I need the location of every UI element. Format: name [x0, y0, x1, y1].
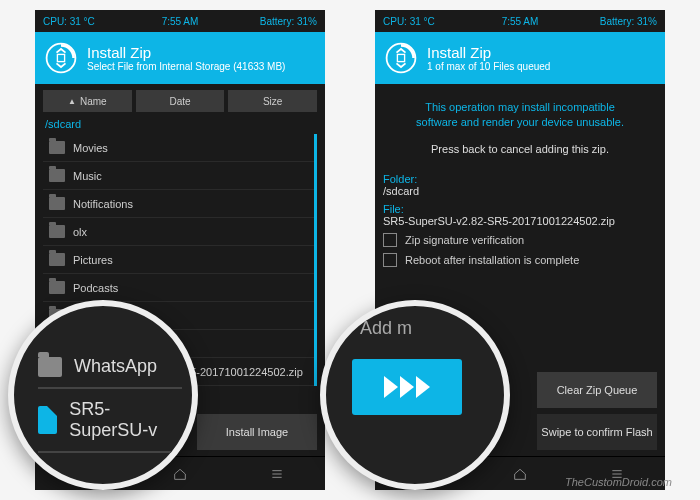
- nav-home-icon[interactable]: [512, 466, 528, 482]
- twrp-logo-icon: [43, 40, 79, 76]
- status-battery: Battery: 31%: [566, 16, 657, 27]
- reboot-after-checkbox[interactable]: Reboot after installation is complete: [383, 253, 657, 267]
- checkbox-icon: [383, 233, 397, 247]
- folder-icon: [38, 357, 62, 377]
- nav-home-icon[interactable]: [172, 466, 188, 482]
- sort-name-button[interactable]: Name: [43, 90, 132, 112]
- file-icon: [38, 406, 57, 434]
- svg-rect-3: [397, 54, 404, 61]
- add-more-zips-button[interactable]: Add m: [350, 318, 494, 359]
- chevron-right-icon: [384, 376, 398, 398]
- chevron-right-icon: [416, 376, 430, 398]
- magnifier-swipe-slider: Add m: [320, 300, 510, 490]
- clear-zip-queue-button[interactable]: Clear Zip Queue: [537, 372, 657, 408]
- install-image-button[interactable]: Install Image: [197, 414, 317, 450]
- zip-signature-checkbox[interactable]: Zip signature verification: [383, 233, 657, 247]
- page-subtitle: 1 of max of 10 Files queued: [427, 61, 550, 72]
- folder-value: /sdcard: [383, 185, 657, 197]
- file-label: File:: [383, 203, 657, 215]
- breadcrumb-path[interactable]: /sdcard: [43, 116, 317, 134]
- folder-icon: [49, 141, 65, 154]
- page-title: Install Zip: [87, 44, 285, 61]
- folder-icon: [49, 253, 65, 266]
- watermark: TheCustomDroid.com: [565, 476, 672, 488]
- list-item[interactable]: SR5-SuperSU-v: [38, 389, 182, 453]
- status-cpu: CPU: 31 °C: [383, 16, 474, 27]
- list-item[interactable]: WhatsApp: [38, 346, 182, 389]
- sort-date-button[interactable]: Date: [136, 90, 225, 112]
- magnifier-file-selection: WhatsApp SR5-SuperSU-v: [8, 300, 198, 490]
- file-value: SR5-SuperSU-v2.82-SR5-20171001224502.zip: [383, 215, 657, 227]
- svg-rect-1: [57, 54, 64, 61]
- statusbar: CPU: 31 °C 7:55 AM Battery: 31%: [375, 10, 665, 32]
- page-title: Install Zip: [427, 44, 550, 61]
- folder-icon: [49, 225, 65, 238]
- folder-icon: [49, 281, 65, 294]
- swipe-confirm-flash[interactable]: Swipe to confirm Flash: [537, 414, 657, 450]
- list-item[interactable]: Notifications: [43, 190, 314, 218]
- sort-size-button[interactable]: Size: [228, 90, 317, 112]
- swipe-slider-handle[interactable]: [352, 359, 462, 415]
- warning-text: This operation may install incompatible …: [383, 90, 657, 137]
- folder-icon: [49, 197, 65, 210]
- header: Install Zip Select File from Internal St…: [35, 32, 325, 84]
- statusbar: CPU: 31 °C 7:55 AM Battery: 31%: [35, 10, 325, 32]
- back-instruction: Press back to cancel adding this zip.: [383, 137, 657, 167]
- sort-row: Name Date Size: [43, 90, 317, 112]
- status-time: 7:55 AM: [134, 16, 225, 27]
- nav-menu-icon[interactable]: [269, 466, 285, 482]
- status-time: 7:55 AM: [474, 16, 565, 27]
- list-item[interactable]: Music: [43, 162, 314, 190]
- header: Install Zip 1 of max of 10 Files queued: [375, 32, 665, 84]
- folder-icon: [49, 169, 65, 182]
- status-battery: Battery: 31%: [226, 16, 317, 27]
- page-subtitle: Select File from Internal Storage (41633…: [87, 61, 285, 72]
- list-item[interactable]: Pictures: [43, 246, 314, 274]
- folder-label: Folder:: [383, 173, 657, 185]
- list-item[interactable]: Movies: [43, 134, 314, 162]
- list-item[interactable]: olx: [43, 218, 314, 246]
- list-item[interactable]: Podcasts: [43, 274, 314, 302]
- checkbox-icon: [383, 253, 397, 267]
- status-cpu: CPU: 31 °C: [43, 16, 134, 27]
- chevron-right-icon: [400, 376, 414, 398]
- twrp-logo-icon: [383, 40, 419, 76]
